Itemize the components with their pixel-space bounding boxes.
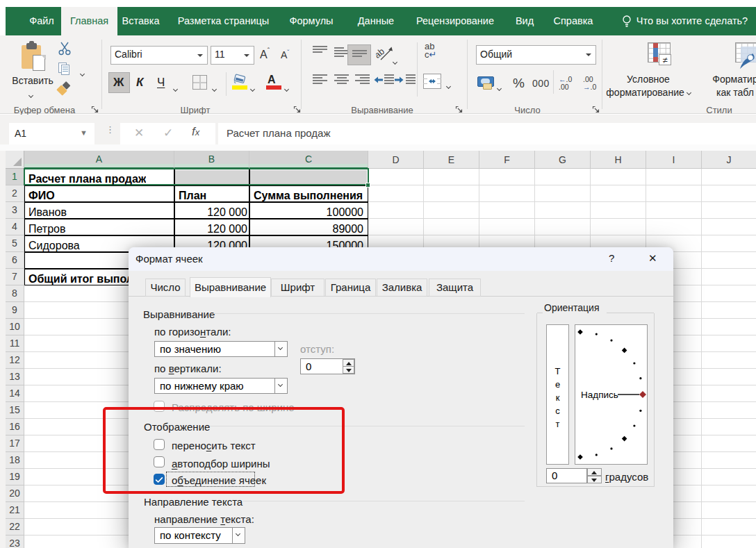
svg-text:ab: ab (376, 46, 386, 60)
svg-text:Надпись: Надпись (581, 390, 618, 400)
